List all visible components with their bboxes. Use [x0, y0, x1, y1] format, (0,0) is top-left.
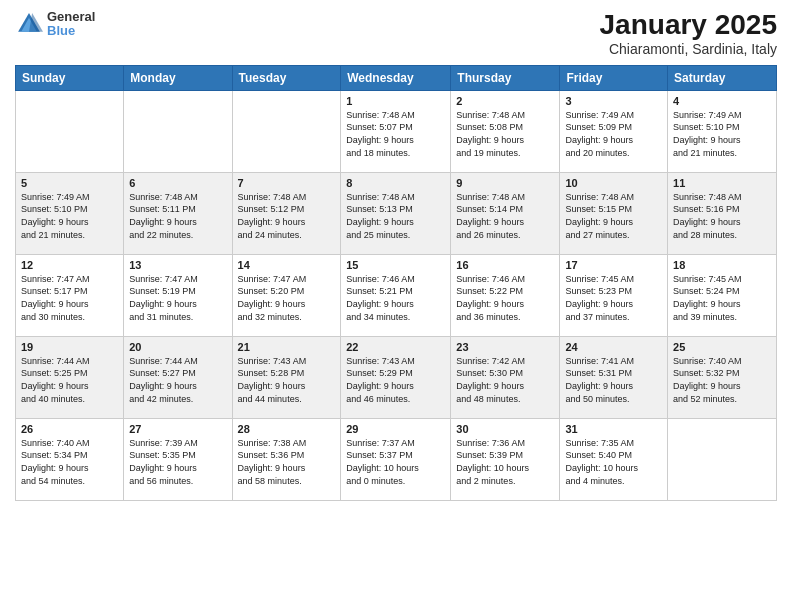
day-number: 29	[346, 423, 445, 435]
day-info: Sunrise: 7:49 AM Sunset: 5:09 PM Dayligh…	[565, 109, 662, 159]
day-info: Sunrise: 7:48 AM Sunset: 5:11 PM Dayligh…	[129, 191, 226, 241]
page: General Blue January 2025 Chiaramonti, S…	[0, 0, 792, 612]
day-info: Sunrise: 7:37 AM Sunset: 5:37 PM Dayligh…	[346, 437, 445, 487]
header-saturday: Saturday	[668, 65, 777, 90]
table-row: 29Sunrise: 7:37 AM Sunset: 5:37 PM Dayli…	[341, 418, 451, 500]
day-info: Sunrise: 7:46 AM Sunset: 5:22 PM Dayligh…	[456, 273, 554, 323]
header-monday: Monday	[124, 65, 232, 90]
day-info: Sunrise: 7:42 AM Sunset: 5:30 PM Dayligh…	[456, 355, 554, 405]
table-row: 2Sunrise: 7:48 AM Sunset: 5:08 PM Daylig…	[451, 90, 560, 172]
day-info: Sunrise: 7:40 AM Sunset: 5:34 PM Dayligh…	[21, 437, 118, 487]
table-row: 31Sunrise: 7:35 AM Sunset: 5:40 PM Dayli…	[560, 418, 668, 500]
day-number: 21	[238, 341, 336, 353]
calendar-week-row: 12Sunrise: 7:47 AM Sunset: 5:17 PM Dayli…	[16, 254, 777, 336]
table-row: 15Sunrise: 7:46 AM Sunset: 5:21 PM Dayli…	[341, 254, 451, 336]
calendar-week-row: 26Sunrise: 7:40 AM Sunset: 5:34 PM Dayli…	[16, 418, 777, 500]
day-info: Sunrise: 7:45 AM Sunset: 5:24 PM Dayligh…	[673, 273, 771, 323]
day-info: Sunrise: 7:48 AM Sunset: 5:13 PM Dayligh…	[346, 191, 445, 241]
table-row: 10Sunrise: 7:48 AM Sunset: 5:15 PM Dayli…	[560, 172, 668, 254]
table-row: 17Sunrise: 7:45 AM Sunset: 5:23 PM Dayli…	[560, 254, 668, 336]
table-row: 28Sunrise: 7:38 AM Sunset: 5:36 PM Dayli…	[232, 418, 341, 500]
day-info: Sunrise: 7:48 AM Sunset: 5:15 PM Dayligh…	[565, 191, 662, 241]
day-info: Sunrise: 7:38 AM Sunset: 5:36 PM Dayligh…	[238, 437, 336, 487]
day-number: 4	[673, 95, 771, 107]
day-number: 11	[673, 177, 771, 189]
logo: General Blue	[15, 10, 95, 39]
header-wednesday: Wednesday	[341, 65, 451, 90]
day-number: 13	[129, 259, 226, 271]
day-info: Sunrise: 7:40 AM Sunset: 5:32 PM Dayligh…	[673, 355, 771, 405]
day-number: 9	[456, 177, 554, 189]
header-sunday: Sunday	[16, 65, 124, 90]
logo-line2: Blue	[47, 24, 95, 38]
table-row	[668, 418, 777, 500]
day-info: Sunrise: 7:49 AM Sunset: 5:10 PM Dayligh…	[21, 191, 118, 241]
day-number: 5	[21, 177, 118, 189]
day-info: Sunrise: 7:45 AM Sunset: 5:23 PM Dayligh…	[565, 273, 662, 323]
table-row: 16Sunrise: 7:46 AM Sunset: 5:22 PM Dayli…	[451, 254, 560, 336]
table-row	[124, 90, 232, 172]
table-row: 22Sunrise: 7:43 AM Sunset: 5:29 PM Dayli…	[341, 336, 451, 418]
table-row: 5Sunrise: 7:49 AM Sunset: 5:10 PM Daylig…	[16, 172, 124, 254]
calendar-week-row: 1Sunrise: 7:48 AM Sunset: 5:07 PM Daylig…	[16, 90, 777, 172]
day-info: Sunrise: 7:36 AM Sunset: 5:39 PM Dayligh…	[456, 437, 554, 487]
day-number: 23	[456, 341, 554, 353]
calendar-header-row: Sunday Monday Tuesday Wednesday Thursday…	[16, 65, 777, 90]
day-info: Sunrise: 7:46 AM Sunset: 5:21 PM Dayligh…	[346, 273, 445, 323]
table-row: 27Sunrise: 7:39 AM Sunset: 5:35 PM Dayli…	[124, 418, 232, 500]
day-info: Sunrise: 7:48 AM Sunset: 5:16 PM Dayligh…	[673, 191, 771, 241]
table-row: 30Sunrise: 7:36 AM Sunset: 5:39 PM Dayli…	[451, 418, 560, 500]
title-block: January 2025 Chiaramonti, Sardinia, Ital…	[600, 10, 777, 57]
day-number: 16	[456, 259, 554, 271]
day-number: 6	[129, 177, 226, 189]
day-info: Sunrise: 7:44 AM Sunset: 5:25 PM Dayligh…	[21, 355, 118, 405]
day-info: Sunrise: 7:43 AM Sunset: 5:29 PM Dayligh…	[346, 355, 445, 405]
day-number: 17	[565, 259, 662, 271]
main-title: January 2025	[600, 10, 777, 41]
day-number: 25	[673, 341, 771, 353]
table-row: 1Sunrise: 7:48 AM Sunset: 5:07 PM Daylig…	[341, 90, 451, 172]
calendar-table: Sunday Monday Tuesday Wednesday Thursday…	[15, 65, 777, 501]
table-row: 18Sunrise: 7:45 AM Sunset: 5:24 PM Dayli…	[668, 254, 777, 336]
day-number: 28	[238, 423, 336, 435]
day-number: 20	[129, 341, 226, 353]
day-info: Sunrise: 7:43 AM Sunset: 5:28 PM Dayligh…	[238, 355, 336, 405]
table-row: 20Sunrise: 7:44 AM Sunset: 5:27 PM Dayli…	[124, 336, 232, 418]
day-number: 19	[21, 341, 118, 353]
day-info: Sunrise: 7:39 AM Sunset: 5:35 PM Dayligh…	[129, 437, 226, 487]
day-number: 22	[346, 341, 445, 353]
day-number: 2	[456, 95, 554, 107]
calendar-week-row: 5Sunrise: 7:49 AM Sunset: 5:10 PM Daylig…	[16, 172, 777, 254]
table-row: 9Sunrise: 7:48 AM Sunset: 5:14 PM Daylig…	[451, 172, 560, 254]
day-info: Sunrise: 7:48 AM Sunset: 5:12 PM Dayligh…	[238, 191, 336, 241]
table-row: 13Sunrise: 7:47 AM Sunset: 5:19 PM Dayli…	[124, 254, 232, 336]
header-friday: Friday	[560, 65, 668, 90]
day-info: Sunrise: 7:44 AM Sunset: 5:27 PM Dayligh…	[129, 355, 226, 405]
day-info: Sunrise: 7:47 AM Sunset: 5:17 PM Dayligh…	[21, 273, 118, 323]
table-row	[232, 90, 341, 172]
day-number: 1	[346, 95, 445, 107]
day-number: 14	[238, 259, 336, 271]
table-row: 23Sunrise: 7:42 AM Sunset: 5:30 PM Dayli…	[451, 336, 560, 418]
day-number: 24	[565, 341, 662, 353]
table-row: 24Sunrise: 7:41 AM Sunset: 5:31 PM Dayli…	[560, 336, 668, 418]
day-info: Sunrise: 7:49 AM Sunset: 5:10 PM Dayligh…	[673, 109, 771, 159]
day-info: Sunrise: 7:47 AM Sunset: 5:19 PM Dayligh…	[129, 273, 226, 323]
table-row: 19Sunrise: 7:44 AM Sunset: 5:25 PM Dayli…	[16, 336, 124, 418]
day-number: 7	[238, 177, 336, 189]
svg-marker-2	[29, 13, 43, 32]
table-row	[16, 90, 124, 172]
day-info: Sunrise: 7:47 AM Sunset: 5:20 PM Dayligh…	[238, 273, 336, 323]
day-number: 18	[673, 259, 771, 271]
table-row: 26Sunrise: 7:40 AM Sunset: 5:34 PM Dayli…	[16, 418, 124, 500]
day-info: Sunrise: 7:48 AM Sunset: 5:14 PM Dayligh…	[456, 191, 554, 241]
table-row: 8Sunrise: 7:48 AM Sunset: 5:13 PM Daylig…	[341, 172, 451, 254]
day-info: Sunrise: 7:48 AM Sunset: 5:08 PM Dayligh…	[456, 109, 554, 159]
subtitle: Chiaramonti, Sardinia, Italy	[600, 41, 777, 57]
day-number: 10	[565, 177, 662, 189]
day-number: 30	[456, 423, 554, 435]
calendar-week-row: 19Sunrise: 7:44 AM Sunset: 5:25 PM Dayli…	[16, 336, 777, 418]
day-number: 12	[21, 259, 118, 271]
table-row: 11Sunrise: 7:48 AM Sunset: 5:16 PM Dayli…	[668, 172, 777, 254]
day-number: 26	[21, 423, 118, 435]
